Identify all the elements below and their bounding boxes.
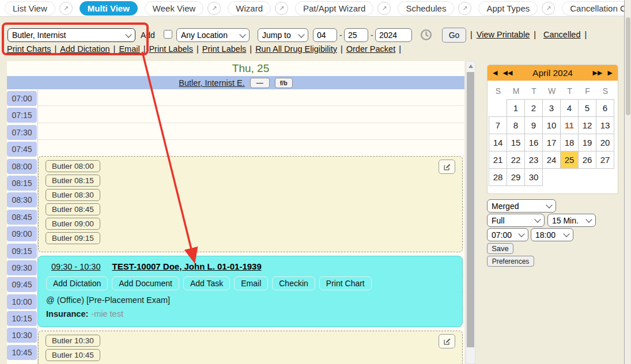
open-slot-button[interactable]: Butler 09:00 [46, 218, 100, 230]
calendar-next-icon[interactable]: ▶ [608, 69, 613, 77]
provider-select[interactable]: Butler, Internist [7, 28, 135, 42]
provider-link[interactable]: Butler, Internist E. [179, 78, 244, 88]
tab-appt-types[interactable]: Appt Types [478, 1, 538, 16]
tab-cancellation-codes[interactable]: Cancellation Codes [562, 1, 631, 16]
calendar-day[interactable]: 5 [578, 99, 596, 117]
external-link-icon[interactable]: ↗ [458, 2, 471, 15]
action-link[interactable]: Order Packet [346, 44, 395, 54]
save-button[interactable]: Save [487, 243, 513, 254]
tab-multi-view[interactable]: Multi View [80, 1, 138, 16]
calendar-day[interactable]: 3 [542, 99, 561, 117]
calendar-day[interactable]: 23 [524, 151, 543, 169]
action-link[interactable]: Print Charts [7, 44, 51, 54]
action-link[interactable]: Run All Drug Eligibility [255, 44, 337, 54]
calendar-day[interactable]: 8 [507, 116, 525, 134]
edit-slot-button[interactable] [439, 160, 455, 174]
calendar-day[interactable]: 26 [578, 151, 596, 169]
calendar-day[interactable]: 20 [596, 134, 614, 151]
schedule-scrollbar[interactable] [466, 61, 475, 364]
calendar-day[interactable]: 25 [560, 151, 579, 169]
edit-slot-button[interactable] [439, 334, 455, 348]
calendar-day[interactable]: 24 [542, 151, 561, 169]
open-slot-button[interactable]: Butler 08:30 [46, 189, 100, 201]
appointment-action-button[interactable]: Add Task [183, 276, 230, 290]
date-day-input[interactable] [344, 28, 368, 42]
patient-link[interactable]: TEST-10007 Doe, John L. 01-01-1939 [112, 261, 261, 271]
date-month-input[interactable] [313, 28, 337, 42]
tab-wizard[interactable]: Wizard [228, 1, 271, 16]
end-time-select[interactable]: 18:00 [531, 228, 573, 241]
jump-to-select[interactable]: Jump to [258, 28, 308, 42]
appointment-action-button[interactable]: Add Document [112, 276, 179, 290]
calendar-day[interactable]: 13 [596, 116, 614, 134]
calendar-day[interactable]: 1 [507, 99, 525, 117]
appointment-action-button[interactable]: Email [234, 276, 268, 290]
appointment-card[interactable]: 09:30 - 10:30 TEST-10007 Doe, John L. 01… [37, 256, 463, 327]
date-year-input[interactable] [375, 28, 412, 42]
calendar-day[interactable]: 27 [596, 151, 614, 169]
calendar-day[interactable]: 7 [489, 116, 507, 134]
calendar-day[interactable]: 14 [489, 134, 507, 151]
action-link[interactable]: Add Dictation [60, 44, 109, 54]
minimize-column-button[interactable]: — [250, 78, 270, 88]
tab-list-view[interactable]: List View [5, 1, 55, 16]
clock-icon[interactable] [420, 29, 432, 41]
calendar-day[interactable]: 22 [507, 151, 525, 169]
external-link-icon[interactable]: ↗ [377, 2, 391, 15]
calendar-prev-icon[interactable]: ◀ [493, 69, 497, 77]
calendar-next-fast-icon[interactable]: ▶▶ [593, 69, 603, 77]
open-slot-button[interactable]: Butler 08:45 [46, 203, 100, 215]
action-link[interactable]: Print Labels [202, 44, 247, 54]
preferences-button[interactable]: Preferences [487, 256, 534, 267]
go-button[interactable]: Go [442, 28, 466, 43]
calendar-day[interactable]: 19 [578, 134, 596, 151]
calendar-day[interactable]: 2 [524, 99, 543, 117]
open-slot-button[interactable]: Butler 10:30 [46, 335, 100, 347]
appointment-time-link[interactable]: 09:30 - 10:30 [51, 262, 100, 271]
window-scrollbar[interactable] [624, 0, 631, 364]
scrollbar-thumb[interactable] [467, 72, 474, 347]
calendar-prev-fast-icon[interactable]: ◀◀ [502, 69, 512, 77]
open-slot-button[interactable]: Butler 09:15 [46, 232, 100, 244]
view-size-select[interactable]: Full [487, 214, 545, 227]
calendar-day[interactable]: 4 [560, 99, 579, 117]
calendar-day[interactable]: 21 [489, 151, 507, 169]
merge-mode-select[interactable]: Merged [487, 199, 556, 213]
interval-select[interactable]: 15 Min. [547, 214, 596, 227]
open-slot-button[interactable]: Butler 08:15 [46, 175, 100, 187]
calendar-day[interactable]: 10 [542, 116, 561, 134]
calendar-day[interactable]: 29 [507, 168, 525, 186]
calendar-day[interactable]: 12 [578, 116, 596, 134]
add-checkbox[interactable] [164, 30, 172, 39]
action-link[interactable]: Print Labels [149, 44, 193, 54]
calendar-day[interactable]: 17 [542, 134, 561, 151]
start-time-select[interactable]: 07:00 [487, 228, 528, 241]
tab-week-view[interactable]: Week View [145, 1, 203, 16]
scrollbar-thumb[interactable] [626, 17, 630, 115]
calendar-day[interactable]: 11 [560, 116, 579, 134]
scroll-up-arrow[interactable] [466, 62, 475, 71]
open-slot-button[interactable]: Butler 08:00 [46, 160, 100, 172]
calendar-day[interactable]: 16 [524, 134, 543, 151]
external-link-icon[interactable]: ↗ [59, 2, 73, 15]
calendar-day[interactable]: 18 [560, 134, 579, 151]
appointment-action-button[interactable]: Add Dictation [46, 276, 108, 290]
toolbar-link[interactable]: Cancelled [543, 30, 581, 39]
external-link-icon[interactable]: ↗ [207, 2, 221, 15]
toolbar-link[interactable]: View Printable [477, 30, 530, 39]
open-slot-button[interactable]: Butler 10:45 [46, 349, 100, 361]
tab-schedules[interactable]: Schedules [398, 1, 454, 16]
tab-pat-appt-wizard[interactable]: Pat/Appt Wizard [295, 1, 373, 16]
calendar-day[interactable]: 15 [507, 134, 525, 151]
front-back-button[interactable]: f/b [275, 78, 293, 88]
calendar-day[interactable]: 30 [524, 168, 543, 186]
appointment-action-button[interactable]: Checkin [272, 276, 315, 290]
location-select[interactable]: Any Location [176, 28, 250, 42]
calendar-day[interactable]: 6 [596, 99, 614, 117]
external-link-icon[interactable]: ↗ [542, 2, 555, 15]
calendar-day[interactable]: 28 [489, 168, 507, 186]
action-link[interactable]: Email [119, 44, 139, 54]
calendar-day[interactable]: 9 [524, 116, 543, 134]
appointment-action-button[interactable]: Print Chart [319, 276, 372, 290]
external-link-icon[interactable]: ↗ [275, 2, 288, 15]
